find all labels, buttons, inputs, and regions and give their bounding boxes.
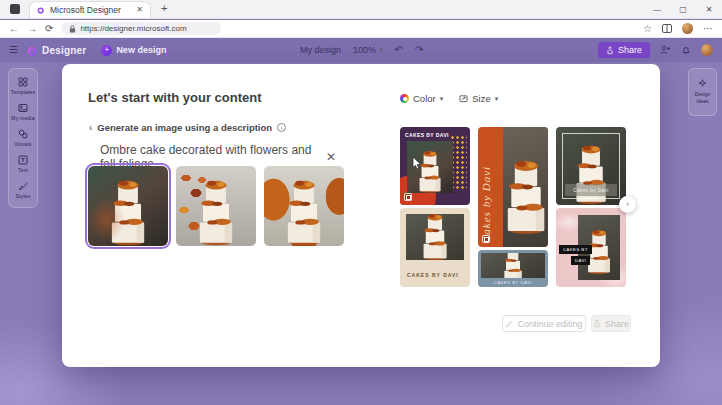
back-icon[interactable]: ← (9, 24, 19, 34)
pencil-icon (505, 320, 513, 328)
designer-logo-icon (27, 45, 38, 56)
sidebar-item-my-media[interactable]: My media (9, 99, 37, 125)
favorites-star-icon[interactable]: ☆ (643, 24, 652, 34)
cake-photo (481, 253, 545, 278)
chevron-down-icon: ▾ (495, 95, 499, 103)
undo-icon[interactable]: ↶ (395, 45, 403, 55)
share-design-button[interactable]: Share (591, 315, 631, 332)
shapes-icon (18, 129, 28, 139)
close-icon[interactable]: ✕ (696, 0, 722, 18)
styles-brush-icon (18, 181, 28, 191)
url-field[interactable]: https://designer.microsoft.com (61, 22, 221, 35)
browser-tab-strip: Microsoft Designer ✕ + — ▢ ✕ (0, 0, 722, 19)
split-screen-icon[interactable] (662, 24, 672, 33)
plus-icon: + (101, 45, 112, 56)
address-bar-actions: ☆ ⋯ (643, 23, 713, 34)
dialog-heading: Let's start with your content (88, 90, 262, 105)
design-brand-text: CAKES BY DAVI (407, 272, 459, 278)
zoom-control[interactable]: 100% ▾ (353, 45, 383, 55)
app-name: Designer (42, 45, 86, 56)
cake-image (413, 214, 457, 260)
sidebar-item-templates[interactable]: Templates (9, 73, 37, 99)
workspace-icon[interactable] (10, 4, 20, 14)
browser-address-bar: ← → ⟳ https://designer.microsoft.com ☆ ⋯ (0, 20, 722, 38)
design-filters: Color ▾ Size ▾ (400, 93, 498, 104)
sidebar-item-text[interactable]: Text (9, 151, 37, 177)
continue-editing-button[interactable]: Continue editing (502, 315, 586, 332)
document-name[interactable]: My design (300, 45, 341, 55)
redo-icon[interactable]: ↷ (415, 45, 423, 55)
browser-profile-avatar[interactable] (682, 23, 693, 34)
design-brand-text: CAKES BY DAVI (478, 280, 548, 285)
design-ideas-panel[interactable]: Design ideas (688, 68, 717, 116)
invite-person-icon[interactable] (660, 45, 671, 55)
design-tile-6[interactable]: CAKES BY DAVI (556, 208, 626, 287)
notifications-bell-icon[interactable] (681, 45, 691, 55)
design-brand-text: Cakes by Davi (565, 184, 617, 196)
size-filter-dropdown[interactable]: Size ▾ (459, 93, 498, 104)
design-tile-4[interactable]: CAKES BY DAVI (400, 208, 470, 287)
design-tile-2[interactable]: Cakes by Davi (478, 127, 548, 247)
generator-label: Generate an image using a description (97, 122, 272, 133)
info-icon[interactable]: i (277, 123, 286, 132)
design-brand-text: CAKES BY DAVI (405, 132, 449, 138)
cake-image (185, 172, 247, 246)
tab-title: Microsoft Designer (50, 5, 131, 15)
minimize-icon[interactable]: — (644, 0, 670, 18)
application-window: Microsoft Designer ✕ + — ▢ ✕ ← → ⟳ https… (0, 0, 722, 405)
new-tab-icon[interactable]: + (161, 3, 167, 14)
back-chevron-icon[interactable]: ‹ (89, 123, 92, 133)
color-wheel-icon (400, 94, 409, 103)
maximize-icon[interactable]: ▢ (670, 0, 696, 18)
media-image-icon (18, 103, 28, 113)
new-design-button[interactable]: + New design (101, 45, 166, 56)
design-ideas-icon (698, 79, 707, 88)
cake-image (496, 253, 530, 278)
menu-icon[interactable]: ☰ (9, 45, 18, 55)
cake-photo (406, 214, 464, 260)
design-tile-5[interactable]: CAKES BY DAVI (478, 250, 548, 287)
design-tile-1[interactable]: CAKES BY DAVI (400, 127, 470, 205)
clear-prompt-icon[interactable]: ✕ (326, 151, 336, 163)
template-badge-icon (404, 193, 412, 201)
share-icon (606, 46, 614, 55)
chevron-down-icon: ▾ (440, 95, 444, 103)
generator-header: ‹ Generate an image using a description … (89, 122, 286, 133)
toolbar-right: Share (598, 42, 713, 58)
refresh-icon[interactable]: ⟳ (45, 24, 53, 34)
design-tile-3[interactable]: Cakes by Davi (556, 127, 626, 205)
account-avatar[interactable] (701, 44, 713, 56)
url-text: https://designer.microsoft.com (80, 24, 186, 33)
design-brand-text-line2: DAVI (571, 256, 590, 265)
next-designs-button[interactable]: › (619, 196, 636, 213)
forward-icon[interactable]: → (27, 24, 37, 34)
chevron-down-icon: ▾ (379, 46, 383, 54)
mouse-cursor (412, 157, 422, 170)
sidebar-item-styles[interactable]: Styles (9, 177, 37, 203)
cake-image (273, 172, 335, 246)
window-controls: — ▢ ✕ (644, 0, 722, 18)
generated-image-3[interactable] (264, 166, 344, 246)
text-icon (18, 155, 28, 165)
zoom-level: 100% (353, 45, 376, 55)
toolbar-center: My design 100% ▾ ↶ ↷ (300, 38, 423, 62)
tab-close-icon[interactable]: ✕ (136, 6, 143, 14)
generated-image-1-selected[interactable] (88, 166, 168, 246)
workspace-canvas: Templates My media Visuals Text Styles D (0, 62, 722, 405)
design-suggestions-grid: CAKES BY DAVI Cakes by Davi (400, 127, 636, 287)
color-filter-dropdown[interactable]: Color ▾ (400, 93, 443, 104)
browser-tab[interactable]: Microsoft Designer ✕ (29, 1, 151, 18)
share-button[interactable]: Share (598, 42, 650, 58)
size-icon (459, 94, 468, 103)
sidebar-item-visuals[interactable]: Visuals (9, 125, 37, 151)
content-picker-dialog: Let's start with your content ‹ Generate… (62, 64, 660, 367)
designer-favicon (37, 6, 45, 14)
generated-image-2[interactable] (176, 166, 256, 246)
lock-icon (69, 25, 76, 33)
templates-grid-icon (18, 77, 28, 87)
cake-photo (503, 127, 548, 247)
design-brand-text-line1: CAKES BY (559, 245, 592, 254)
browser-menu-icon[interactable]: ⋯ (703, 24, 713, 34)
cake-image (97, 172, 159, 246)
designer-logo: Designer (27, 45, 86, 56)
